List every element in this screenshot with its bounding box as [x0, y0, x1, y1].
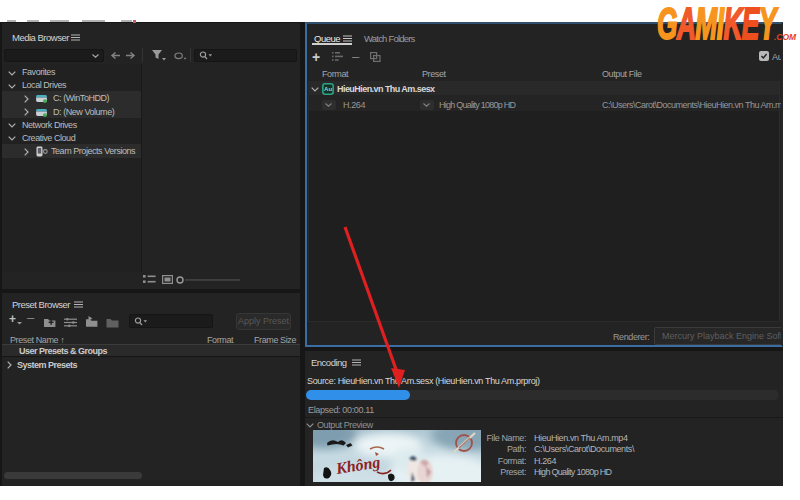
svg-text:.COM: .COM	[774, 32, 797, 42]
svg-text:GAMIKEY: GAMIKEY	[657, 0, 779, 46]
svg-text:Au: Au	[324, 86, 332, 92]
